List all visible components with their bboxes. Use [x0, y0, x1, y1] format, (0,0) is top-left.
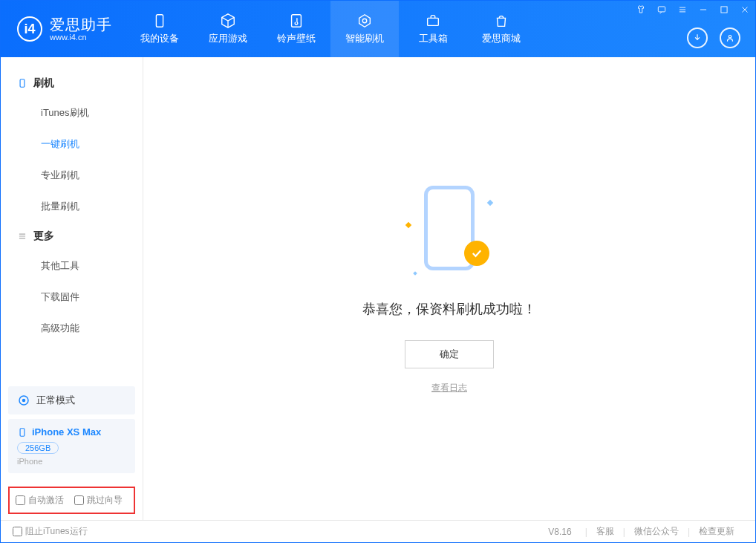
- store-icon: [493, 13, 509, 29]
- mode-panel[interactable]: 正常模式: [8, 386, 135, 414]
- sidebar: 刷机 iTunes刷机 一键刷机 专业刷机 批量刷机 更多 其他工具 下载固件 …: [1, 57, 143, 520]
- footer-link-wechat[interactable]: 微信公众号: [625, 525, 688, 538]
- footer-link-update[interactable]: 检查更新: [690, 525, 743, 538]
- options-row: 自动激活 跳过向导: [8, 487, 135, 514]
- sidebar-item-batch-flash[interactable]: 批量刷机: [1, 191, 143, 222]
- logo-icon: i4: [17, 16, 42, 42]
- sidebar-item-pro-flash[interactable]: 专业刷机: [1, 160, 143, 191]
- svg-rect-6: [20, 79, 25, 88]
- nav-label: 工具箱: [419, 32, 448, 45]
- device-icon: [17, 427, 27, 438]
- cube-icon: [220, 13, 236, 29]
- sidebar-item-download-firmware[interactable]: 下载固件: [1, 282, 143, 313]
- sidebar-item-itunes-flash[interactable]: iTunes刷机: [1, 97, 143, 129]
- download-button[interactable]: [687, 27, 708, 48]
- check-icon: [464, 241, 489, 266]
- window-controls: [635, 4, 751, 16]
- music-icon: [288, 13, 304, 29]
- tshirt-icon[interactable]: [635, 4, 647, 16]
- main-nav: 我的设备 应用游戏 铃声壁纸 智能刷机 工具箱 爱思商城: [126, 1, 535, 57]
- nav-my-device[interactable]: 我的设备: [126, 1, 194, 57]
- footer-link-support[interactable]: 客服: [587, 525, 623, 538]
- svg-rect-3: [658, 7, 665, 12]
- nav-label: 智能刷机: [345, 32, 384, 45]
- device-capacity: 256GB: [17, 442, 59, 454]
- mode-icon: [17, 394, 30, 407]
- footer: 阻止iTunes运行 V8.16 | 客服 | 微信公众号 | 检查更新: [1, 520, 755, 542]
- nav-label: 铃声壁纸: [277, 32, 316, 45]
- phone-icon: [17, 78, 27, 88]
- success-illustration: [405, 183, 494, 279]
- ok-button[interactable]: 确定: [405, 340, 494, 368]
- minimize-icon[interactable]: [697, 4, 709, 16]
- checkbox-skip-guide[interactable]: 跳过向导: [74, 494, 123, 507]
- nav-apps-games[interactable]: 应用游戏: [194, 1, 262, 57]
- svg-rect-2: [428, 18, 439, 25]
- device-icon: [151, 13, 168, 29]
- device-panel[interactable]: iPhone XS Max 256GB iPhone: [8, 419, 135, 473]
- nav-label: 应用游戏: [209, 32, 247, 45]
- sidebar-item-other-tools[interactable]: 其他工具: [1, 250, 143, 282]
- view-log-link[interactable]: 查看日志: [431, 382, 467, 394]
- menu-icon[interactable]: [677, 4, 688, 16]
- app-subtitle: www.i4.cn: [50, 33, 112, 42]
- section-title: 更多: [33, 230, 54, 243]
- mode-label: 正常模式: [36, 394, 75, 407]
- sidebar-section-flash: 刷机: [1, 69, 143, 97]
- app-title: 爱思助手: [50, 16, 112, 33]
- nav-label: 爱思商城: [482, 32, 521, 45]
- header-right: [687, 27, 740, 48]
- feedback-icon[interactable]: [656, 4, 668, 16]
- result-message: 恭喜您，保资料刷机成功啦！: [362, 300, 536, 318]
- toolbox-icon: [425, 13, 441, 29]
- svg-rect-0: [156, 15, 163, 27]
- user-button[interactable]: [720, 27, 740, 48]
- svg-point-5: [729, 36, 731, 39]
- checkbox-auto-activate[interactable]: 自动激活: [16, 494, 64, 507]
- sidebar-item-advanced[interactable]: 高级功能: [1, 313, 143, 344]
- svg-rect-4: [721, 7, 727, 13]
- refresh-icon: [356, 13, 373, 29]
- svg-point-8: [22, 399, 26, 403]
- device-name: iPhone XS Max: [32, 426, 101, 438]
- main-content: 恭喜您，保资料刷机成功啦！ 确定 查看日志: [143, 57, 755, 520]
- sidebar-section-more: 更多: [1, 222, 143, 250]
- nav-ringtones[interactable]: 铃声壁纸: [262, 1, 330, 57]
- app-logo: i4 爱思助手 www.i4.cn: [1, 1, 126, 57]
- nav-toolbox[interactable]: 工具箱: [399, 1, 467, 57]
- close-icon[interactable]: [739, 4, 751, 16]
- nav-smart-flash[interactable]: 智能刷机: [330, 1, 399, 57]
- svg-rect-9: [20, 428, 25, 436]
- version-label: V8.16: [548, 527, 571, 537]
- nav-store[interactable]: 爱思商城: [467, 1, 535, 57]
- device-type: iPhone: [17, 457, 126, 466]
- sidebar-item-oneclick-flash[interactable]: 一键刷机: [1, 129, 143, 160]
- checkbox-block-itunes[interactable]: 阻止iTunes运行: [13, 525, 88, 538]
- section-title: 刷机: [33, 77, 54, 90]
- nav-label: 我的设备: [140, 32, 179, 45]
- maximize-icon[interactable]: [718, 4, 730, 16]
- list-icon: [17, 231, 27, 241]
- app-header: i4 爱思助手 www.i4.cn 我的设备 应用游戏 铃声壁纸 智能刷机 工具…: [1, 1, 755, 57]
